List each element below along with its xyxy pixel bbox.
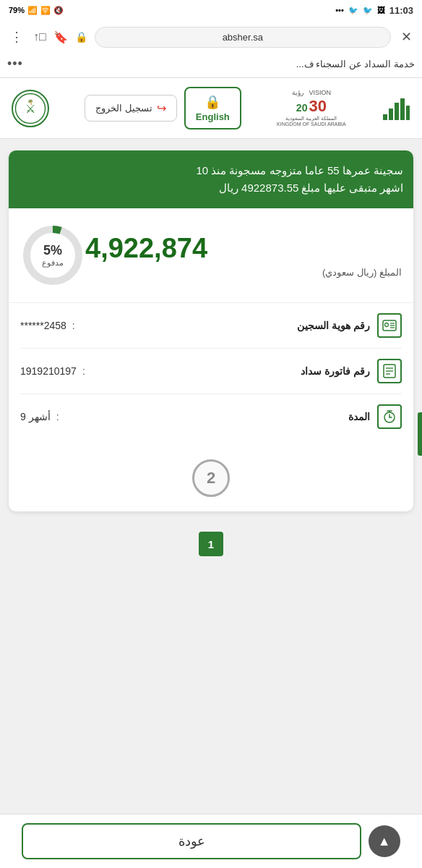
browser-menu-button[interactable]: ⋮ [7, 26, 26, 48]
image-icon: 🖼 [377, 6, 385, 14]
page-circle-2[interactable]: 2 [192, 459, 230, 497]
battery-percentage: 79% [9, 6, 25, 14]
browser-bookmark-button[interactable]: 🔖 [53, 30, 68, 44]
logo-svg: ⚔ 🌴 [14, 93, 46, 124]
bill-value: 1919210197 [20, 365, 77, 377]
pagination: 1 [9, 523, 413, 565]
page-1-button[interactable]: 1 [199, 532, 223, 556]
bill-icon-svg [383, 364, 396, 378]
donut-center: 5% مدفوع [42, 243, 64, 268]
detail-label-group-2: رقم فاتورة سداد [301, 359, 402, 383]
vision-country: المملكة العربية السعوديةKINGDOM OF SAUDI… [277, 116, 346, 128]
sound-icon: 🔇 [53, 6, 64, 15]
card-header: سجينة عمرها 55 عاما متزوجه مسجونة منذ 10… [9, 150, 413, 208]
donut-chart: 5% مدفوع [20, 223, 85, 288]
browser-url-bar[interactable]: absher.sa [95, 27, 391, 48]
prisoner-id-icon [377, 313, 402, 338]
colon-3: : [56, 411, 59, 422]
card-header-text: سجينة عمرها 55 عاما متزوجه مسجونة منذ 10… [196, 164, 403, 194]
vision-30: 30 [309, 97, 326, 116]
svg-rect-7 [406, 106, 410, 120]
page-title: خدمة السداد عن السجناء ف... [296, 59, 415, 69]
lock-green-icon: 🔒 [204, 95, 220, 109]
vision-year-prefix: 20 [296, 102, 308, 114]
header-buttons: ↪ تسجيل الخروج 🔒 English [85, 87, 241, 129]
donut-percent: 5% [42, 243, 64, 258]
svg-text:🌴: 🌴 [27, 98, 34, 104]
detail-row-prisoner-id: رقم هوية السجين : ******2458 [20, 303, 402, 349]
logout-button[interactable]: ↪ تسجيل الخروج [85, 95, 177, 122]
bars-icon-svg [382, 94, 410, 123]
bars-chart-icon [382, 94, 410, 123]
detail-row-bill: رقم فاتورة سداد : 1919210197 [20, 349, 402, 394]
saudi-logo: ⚔ 🌴 [12, 90, 49, 127]
back-button[interactable]: عودة [22, 823, 361, 859]
duration-value: 9 أشهر [20, 411, 51, 422]
details-section: رقم هوية السجين : ******2458 [9, 302, 413, 445]
page-circle-section: 2 [9, 445, 413, 511]
svg-rect-5 [395, 103, 399, 120]
browser-nav: ••• خدمة السداد عن السجناء ف... [0, 54, 422, 77]
detail-label-group-3: المدة [348, 404, 402, 429]
site-header: ⚔ 🌴 ↪ تسجيل الخروج 🔒 English رؤية VISION… [0, 78, 422, 139]
nav-dots[interactable]: ••• [7, 56, 23, 72]
logout-label: تسجيل الخروج [95, 103, 152, 114]
colon-2: : [82, 365, 85, 377]
browser-toolbar: ⋮ ↑□ 🔖 🔒 absher.sa ✕ [0, 20, 422, 54]
signal-icon: 📶 [27, 6, 38, 15]
amount-section: 4,922,874 المبلغ (ريال سعودي) 5% مدفوع [9, 208, 413, 302]
twitter-icon-1: 🐦 [348, 6, 358, 15]
scroll-top-button[interactable]: ▲ [369, 825, 400, 857]
status-bar: 79% 📶 🛜 🔇 ••• 🐦 🐦 🖼 11:03 [0, 0, 422, 20]
id-card-icon [382, 319, 397, 332]
timer-icon-svg [382, 409, 397, 424]
logout-icon: ↪ [157, 101, 166, 115]
svg-rect-4 [389, 109, 393, 120]
svg-point-11 [385, 323, 389, 327]
vision-line1: رؤية VISION [292, 89, 331, 97]
vision-logo: رؤية VISION 2030 المملكة العربية السعودي… [277, 89, 346, 128]
prisoner-id-value: ******2458 [20, 320, 66, 331]
status-right: ••• 🐦 🐦 🖼 11:03 [335, 5, 413, 16]
prisoner-id-label: رقم هوية السجين [297, 320, 370, 331]
result-card: سجينة عمرها 55 عاما متزوجه مسجونة منذ 10… [9, 150, 413, 511]
wifi-icon: 🛜 [40, 6, 51, 15]
main-content: سجينة عمرها 55 عاما متزوجه مسجونة منذ 10… [0, 139, 422, 790]
english-label: English [196, 111, 230, 122]
donut-label: مدفوع [42, 258, 64, 268]
colon-1: : [72, 320, 75, 331]
twitter-icon-2: 🐦 [363, 6, 373, 15]
time-display: 11:03 [389, 5, 413, 16]
status-left: 79% 📶 🛜 🔇 [9, 6, 64, 15]
browser-chrome: ⋮ ↑□ 🔖 🔒 absher.sa ✕ ••• خدمة السداد عن … [0, 20, 422, 78]
timer-icon [377, 404, 402, 429]
side-tab [418, 412, 422, 456]
english-button[interactable]: 🔒 English [184, 87, 241, 129]
browser-close-button[interactable]: ✕ [398, 26, 415, 48]
duration-label: المدة [348, 411, 370, 422]
amount-label: المبلغ (ريال سعودي) [85, 267, 402, 278]
dots-icon: ••• [335, 6, 344, 14]
amount-number: 4,922,874 [85, 233, 402, 264]
amount-left: 4,922,874 المبلغ (ريال سعودي) [85, 233, 402, 278]
detail-label-group-1: رقم هوية السجين [297, 313, 402, 338]
browser-lock-icon: 🔒 [75, 31, 87, 43]
browser-share-button[interactable]: ↑□ [33, 30, 46, 43]
bill-label: رقم فاتورة سداد [301, 365, 370, 377]
back-section: عودة ▲ [0, 814, 422, 868]
detail-row-duration: المدة : 9 أشهر [20, 394, 402, 439]
svg-rect-3 [383, 114, 387, 120]
svg-rect-6 [400, 98, 405, 120]
bill-icon [377, 359, 402, 383]
